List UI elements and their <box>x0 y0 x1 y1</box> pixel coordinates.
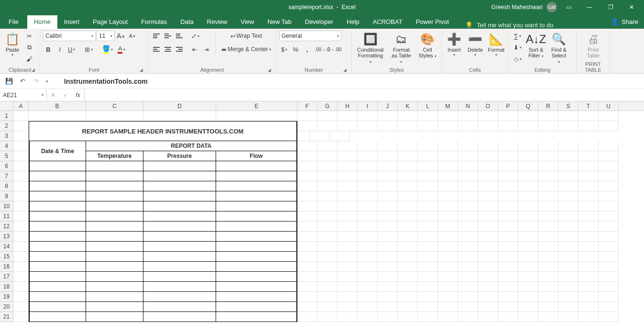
cell-K17[interactable] <box>398 272 418 282</box>
cell-S15[interactable] <box>558 252 579 262</box>
cell-S19[interactable] <box>558 292 579 302</box>
cell-T11[interactable] <box>579 211 599 222</box>
cell-R6[interactable] <box>538 161 558 171</box>
cell-O12[interactable] <box>478 222 498 232</box>
minimize-button[interactable]: — <box>580 0 599 14</box>
cell-T6[interactable] <box>579 161 599 171</box>
cell-Q10[interactable] <box>518 201 538 211</box>
cell-K18[interactable] <box>398 282 418 292</box>
cell-M6[interactable] <box>438 161 458 171</box>
cell-E21[interactable] <box>216 312 297 322</box>
ribbon-display-options-icon[interactable]: ▭ <box>559 0 578 14</box>
cell-F18[interactable] <box>297 282 317 292</box>
cell-F16[interactable] <box>297 262 317 272</box>
cell-H9[interactable] <box>338 191 358 201</box>
tab-page-layout[interactable]: Page Layout <box>86 15 134 29</box>
cell-E18[interactable] <box>216 282 297 292</box>
cell-K11[interactable] <box>398 211 418 222</box>
cell-Q14[interactable] <box>518 242 538 252</box>
row-header-8[interactable]: 8 <box>0 181 13 191</box>
cell-I17[interactable] <box>358 272 378 282</box>
cell-D5[interactable]: Pressure <box>143 151 216 161</box>
cell-styles-button[interactable]: 🎨 Cell Styles ▾ <box>416 31 438 60</box>
decrease-font-button[interactable]: A▼ <box>127 31 138 41</box>
cell-A20[interactable] <box>13 302 29 312</box>
cell-T21[interactable] <box>579 312 599 322</box>
column-header-J[interactable]: J <box>378 101 398 111</box>
cell-Q20[interactable] <box>518 302 538 312</box>
decrease-indent-button[interactable]: ⇤ <box>189 44 200 55</box>
row-header-3[interactable]: 3 <box>0 131 13 141</box>
cell-R21[interactable] <box>538 312 558 322</box>
cell-U20[interactable] <box>599 302 619 312</box>
cell-P14[interactable] <box>498 242 518 252</box>
user-avatar[interactable]: GM <box>546 2 557 12</box>
cell-P18[interactable] <box>498 282 518 292</box>
cell-Q19[interactable] <box>518 292 538 302</box>
align-left-button[interactable] <box>151 44 162 55</box>
cell-U8[interactable] <box>599 181 619 191</box>
cell-S17[interactable] <box>558 272 579 282</box>
cell-R10[interactable] <box>538 201 558 211</box>
cell-U4[interactable] <box>599 141 619 151</box>
cell-T9[interactable] <box>579 191 599 201</box>
cell-C9[interactable] <box>86 191 143 201</box>
cell-R17[interactable] <box>538 272 558 282</box>
cell-J8[interactable] <box>378 181 398 191</box>
cell-E9[interactable] <box>216 191 297 201</box>
cell-F20[interactable] <box>297 302 317 312</box>
cell-B9[interactable] <box>29 191 86 201</box>
cell-O7[interactable] <box>478 171 498 181</box>
cell-P9[interactable] <box>498 191 518 201</box>
cell-K5[interactable] <box>398 151 418 161</box>
cell-H1[interactable] <box>338 111 358 121</box>
cell-R20[interactable] <box>538 302 558 312</box>
cell-M8[interactable] <box>438 181 458 191</box>
font-color-button[interactable]: A▾ <box>116 44 127 55</box>
cell-I5[interactable] <box>358 151 378 161</box>
merge-center-button[interactable]: ⬌ Merge & Center ▾ <box>219 44 273 55</box>
row-header-19[interactable]: 19 <box>0 292 13 302</box>
cell-T20[interactable] <box>579 302 599 312</box>
cell-P20[interactable] <box>498 302 518 312</box>
redo-button[interactable]: ↷ <box>31 76 41 87</box>
tab-view[interactable]: View <box>234 15 261 29</box>
conditional-formatting-button[interactable]: 🔲 Conditional Formatting ▾ <box>355 31 386 66</box>
italic-button[interactable]: I <box>55 44 65 55</box>
cell-A11[interactable] <box>13 211 29 222</box>
column-header-A[interactable]: A <box>13 101 29 111</box>
row-header-6[interactable]: 6 <box>0 161 13 171</box>
cell-K14[interactable] <box>398 242 418 252</box>
cell-D9[interactable] <box>143 191 216 201</box>
font-size-combo[interactable]: 11▾ <box>97 31 115 41</box>
cell-I12[interactable] <box>358 222 378 232</box>
cell-H13[interactable] <box>338 232 358 242</box>
cell-U1[interactable] <box>599 111 619 121</box>
cell-E15[interactable] <box>216 252 297 262</box>
column-header-Q[interactable]: Q <box>518 101 538 111</box>
cell-I10[interactable] <box>358 201 378 211</box>
cell-S13[interactable] <box>558 232 579 242</box>
cut-button[interactable]: ✂ <box>24 31 34 41</box>
cell-F17[interactable] <box>297 272 317 282</box>
cell-P17[interactable] <box>498 272 518 282</box>
cell-K16[interactable] <box>398 262 418 272</box>
cell-G18[interactable] <box>317 282 338 292</box>
cell-O8[interactable] <box>478 181 498 191</box>
cell-Q12[interactable] <box>518 222 538 232</box>
column-header-T[interactable]: T <box>579 101 599 111</box>
cell-J14[interactable] <box>378 242 398 252</box>
cell-L1[interactable] <box>418 111 438 121</box>
row-header-4[interactable]: 4 <box>0 141 13 151</box>
cell-O11[interactable] <box>478 211 498 222</box>
cell-L20[interactable] <box>418 302 438 312</box>
align-middle-button[interactable] <box>163 31 173 41</box>
row-header-9[interactable]: 9 <box>0 191 13 201</box>
cell-I8[interactable] <box>358 181 378 191</box>
cell-J18[interactable] <box>378 282 398 292</box>
cell-P5[interactable] <box>498 151 518 161</box>
cell-D15[interactable] <box>143 252 216 262</box>
cell-H7[interactable] <box>338 171 358 181</box>
cell-B17[interactable] <box>29 272 86 282</box>
insert-function-button[interactable]: fx <box>72 92 84 99</box>
